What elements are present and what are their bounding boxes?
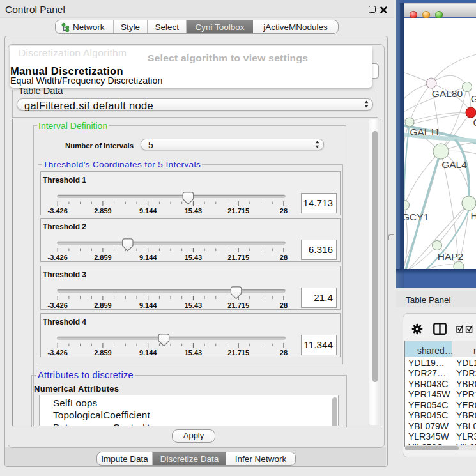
svg-text:-3.426: -3.426: [48, 207, 68, 215]
svg-text:C: C: [473, 117, 476, 128]
svg-text:28: 28: [280, 302, 288, 309]
svg-text:GCY1: GCY1: [404, 211, 429, 222]
svg-text:9.144: 9.144: [139, 254, 157, 261]
svg-text:GA: GA: [471, 93, 476, 104]
svg-text:21.715: 21.715: [227, 254, 249, 261]
svg-text:21.715: 21.715: [227, 349, 249, 357]
svg-text:2.859: 2.859: [94, 302, 112, 309]
svg-text:GAL4: GAL4: [441, 159, 467, 170]
svg-text:2.859: 2.859: [94, 254, 112, 261]
svg-text:HAP2: HAP2: [438, 251, 464, 262]
svg-text:15.43: 15.43: [185, 254, 203, 261]
svg-text:GAL80: GAL80: [432, 88, 463, 99]
svg-text:-3.426: -3.426: [48, 254, 68, 261]
svg-text:21.715: 21.715: [227, 207, 249, 215]
svg-text:28: 28: [280, 349, 288, 357]
svg-text:2.859: 2.859: [94, 349, 112, 357]
svg-text:15.43: 15.43: [185, 302, 203, 309]
svg-text:GAL11: GAL11: [410, 127, 440, 137]
svg-text:15.43: 15.43: [185, 207, 203, 215]
svg-text:21.715: 21.715: [227, 302, 249, 309]
svg-text:9.144: 9.144: [139, 349, 157, 357]
svg-text:-3.426: -3.426: [48, 302, 68, 309]
svg-text:15.43: 15.43: [185, 349, 203, 357]
svg-text:9.144: 9.144: [139, 207, 157, 215]
svg-text:-3.426: -3.426: [48, 349, 68, 357]
svg-text:H: H: [470, 210, 476, 221]
svg-text:9.144: 9.144: [139, 302, 157, 309]
svg-text:28: 28: [280, 207, 288, 215]
svg-text:28: 28: [280, 254, 288, 261]
svg-text:2.859: 2.859: [94, 207, 112, 215]
